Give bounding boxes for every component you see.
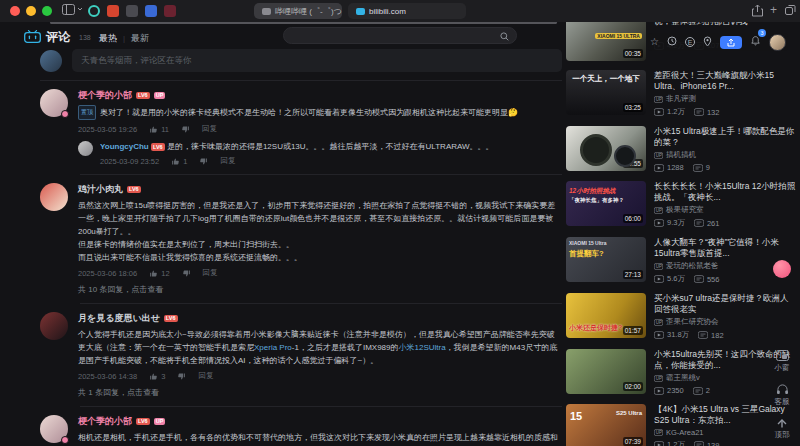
chevron-down-icon[interactable] — [77, 7, 83, 12]
video-thumbnail[interactable]: 一个天上，一个地下 03:25 — [566, 70, 646, 115]
video-title[interactable]: 说，整体验到的都告诉我 — [654, 22, 796, 27]
back-to-top-button[interactable]: 顶部 — [775, 418, 790, 440]
zoom-window-button[interactable] — [42, 6, 52, 16]
tab-favicon — [262, 8, 271, 15]
video-title[interactable]: 长长长长长！小米15Ultra 12小时拍照挑战。「夜神长... — [654, 181, 796, 202]
svg-text:UP: UP — [656, 153, 662, 158]
minimize-window-button[interactable] — [26, 6, 36, 16]
bilibili-page: 评论 138 最热 | 最新 ☆ E — [0, 22, 800, 446]
view-more-replies[interactable]: 共 10 条回复，点击查看 — [78, 284, 562, 295]
video-title[interactable]: 小米15 Ultra极速上手！哪款配色是你的菜？ — [654, 126, 796, 147]
comment-username[interactable]: 鸡汁小肉丸 LV6 — [78, 183, 562, 196]
sort-divider: | — [123, 34, 125, 43]
extension-icon-2[interactable] — [107, 5, 119, 17]
video-thumbnail[interactable]: 00:55 — [566, 126, 646, 171]
play-count-icon — [654, 441, 664, 446]
video-title[interactable]: 差距很大！三大巅峰旗舰小米15 Ultra、iPhone16 Pr... — [654, 70, 796, 91]
history-clock-icon[interactable] — [667, 36, 677, 48]
video-card[interactable]: 首提翻车? XIAOMI 15 Ultra 27:13 人像大翻车？“夜神”它值… — [566, 237, 796, 284]
user-avatar[interactable] — [769, 34, 786, 51]
location-pin-icon[interactable] — [703, 36, 712, 49]
comment-username[interactable]: 梗个季的小郜 LV6 UP — [78, 415, 562, 428]
like-button[interactable]: 1 — [171, 157, 187, 166]
video-title[interactable]: 买小米su7 ultra还是保时捷？欧洲人回答很老实 — [654, 293, 796, 314]
sort-tab-new[interactable]: 最新 — [131, 32, 149, 45]
reply-button[interactable]: 回复 — [203, 268, 218, 278]
inline-link[interactable]: Xperia Pro — [254, 343, 292, 352]
danmaku-icon — [694, 275, 704, 283]
reply-button[interactable]: 回复 — [220, 156, 235, 166]
avatar[interactable] — [40, 312, 68, 340]
new-tab-icon[interactable]: + — [770, 3, 777, 17]
uploader-icon: UP — [654, 319, 663, 326]
inline-link[interactable]: 小米12SUltra — [398, 343, 445, 352]
extension-icon-5[interactable] — [164, 5, 176, 17]
thumbnail-caption: 小米还是保时捷? — [569, 323, 622, 333]
comments-panel: 天青色等烟雨，评论区在等你 梗个季的小郜 LV6 UP 置顶奥对了！就是用的小米… — [40, 49, 562, 446]
tab-label: 哔哩哔哩 (゜-゜)つロ... — [275, 6, 342, 17]
comment-input[interactable]: 天青色等烟雨，评论区在等你 — [72, 49, 562, 72]
sidebar-toggle-icon[interactable] — [62, 4, 75, 15]
video-uploader[interactable]: UP 极果研究室 — [654, 205, 796, 215]
video-thumbnail[interactable]: 02:00 — [566, 349, 646, 394]
video-uploader[interactable]: UP 搞机搞机 — [654, 150, 796, 160]
video-uploader[interactable]: UP 非凡评测 — [654, 94, 796, 104]
avatar[interactable] — [40, 183, 68, 211]
video-card[interactable]: 12小时拍照挑战 「夜神长焦」有多神？ 06:00 长长长长长！小米15Ultr… — [566, 181, 796, 228]
video-card[interactable]: 00:55 小米15 Ultra极速上手！哪款配色是你的菜？ UP 搞机搞机 1… — [566, 126, 796, 172]
e-badge-icon[interactable]: E — [685, 37, 695, 47]
video-thumbnail[interactable]: 首提翻车? XIAOMI 15 Ultra 27:13 — [566, 237, 646, 282]
my-avatar[interactable] — [40, 50, 62, 72]
dislike-button[interactable] — [181, 125, 190, 134]
favorite-star-icon[interactable]: ☆ — [650, 37, 659, 47]
avatar[interactable] — [40, 415, 68, 443]
search-icon[interactable] — [500, 27, 509, 45]
mini-player-button[interactable]: 小窗 — [775, 350, 790, 373]
extension-icon-4[interactable] — [145, 5, 157, 17]
bilibili-logo-icon[interactable] — [24, 29, 41, 47]
share-button[interactable] — [720, 36, 742, 49]
video-thumbnail[interactable]: 12小时拍照挑战 「夜神长焦」有多神？ 06:00 — [566, 181, 646, 226]
browser-tab-inactive[interactable]: 哔哩哔哩 (゜-゜)つロ... — [254, 3, 342, 19]
like-button[interactable]: 12 — [149, 269, 169, 278]
dislike-button[interactable] — [177, 372, 186, 381]
notification-bell-icon[interactable]: 3 — [750, 33, 761, 51]
video-title[interactable]: 人像大翻车？“夜神”它值得！小米15ultra零售版首提... — [654, 237, 796, 258]
like-button[interactable]: 11 — [149, 125, 169, 134]
video-thumbnail[interactable]: 15 S25 Ultra 07:39 — [566, 404, 646, 446]
sort-tab-hot[interactable]: 最热 — [99, 32, 117, 45]
browser-tab-active[interactable]: bilibili.com — [348, 3, 466, 19]
float-action-bar: 小窗 客服 顶部 — [767, 350, 797, 440]
extension-icon-1[interactable] — [88, 5, 100, 17]
extension-icon-3[interactable] — [126, 5, 138, 17]
comment-username[interactable]: 月を見る度思い出せ LV6 — [78, 312, 562, 325]
video-card[interactable]: 一个天上，一个地下 03:25 差距很大！三大巅峰旗舰小米15 Ultra、iP… — [566, 70, 796, 117]
play-count-icon — [654, 108, 664, 116]
video-card[interactable]: 15 S25 Ultra 07:39 【4K】小米15 Ultra vs 三星G… — [566, 404, 796, 446]
video-thumbnail[interactable]: 小米还是保时捷? 01:57 — [566, 293, 646, 338]
reply-button[interactable]: 回复 — [198, 371, 213, 381]
reply-username[interactable]: YoungcyChu — [100, 142, 149, 151]
share-icon[interactable] — [752, 4, 763, 17]
comment-username[interactable]: 梗个季的小郜 LV6 UP — [78, 89, 562, 102]
comment-item: 鸡汁小肉丸 LV6 虽然这次网上喷15u喷得挺厉害的，但是我还是入了，初步用下来… — [40, 175, 562, 295]
dislike-button[interactable] — [182, 269, 191, 278]
danmaku-icon — [693, 164, 703, 172]
dislike-button[interactable] — [199, 157, 208, 166]
video-thumbnail[interactable]: XIAOMI 15 ULTRA 00:35 — [566, 22, 646, 61]
tabs-overview-icon[interactable] — [785, 4, 796, 15]
video-card[interactable]: 小米还是保时捷? 01:57 买小米su7 ultra还是保时捷？欧洲人回答很老… — [566, 293, 796, 340]
video-card[interactable]: 02:00 小米15ultra先别买！这四个致命的缺点，你能接受的... UP … — [566, 349, 796, 395]
view-more-replies[interactable]: 共 1 条回复，点击查看 — [78, 387, 562, 398]
thumbnail-caption: XIAOMI 15 Ultra — [569, 240, 607, 246]
video-uploader[interactable]: UP 歪果仁研究协会 — [654, 317, 796, 327]
promo-float-button[interactable] — [773, 260, 791, 278]
avatar[interactable] — [40, 89, 68, 117]
like-button[interactable]: 3 — [149, 372, 165, 381]
search-input[interactable] — [283, 27, 517, 44]
danmaku-icon — [693, 387, 703, 395]
customer-service-button[interactable]: 客服 — [775, 384, 790, 407]
avatar[interactable] — [78, 141, 93, 156]
reply-button[interactable]: 回复 — [202, 124, 217, 134]
close-window-button[interactable] — [10, 6, 20, 16]
